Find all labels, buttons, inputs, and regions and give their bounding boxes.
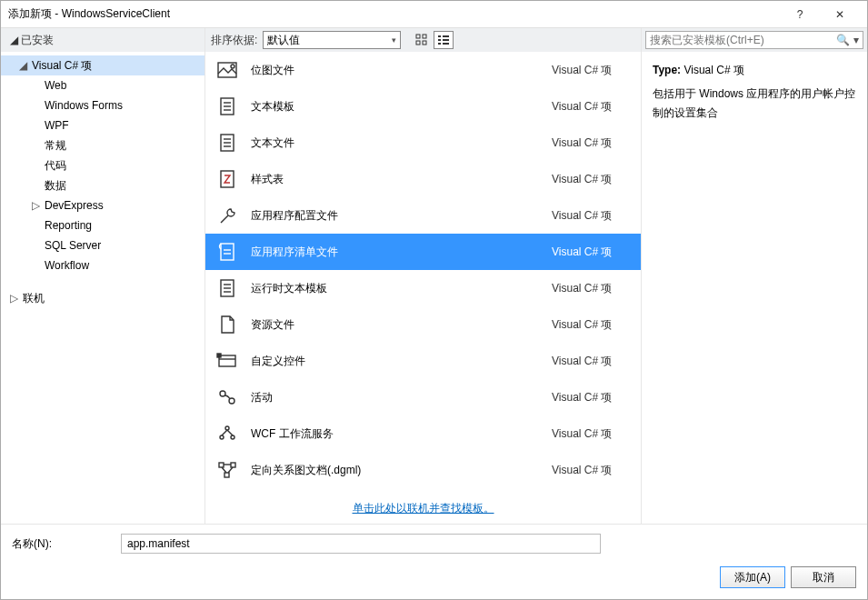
template-row[interactable]: 文本文件Visual C# 项 — [205, 125, 641, 161]
online-label: 联机 — [23, 291, 45, 306]
name-input[interactable] — [121, 534, 601, 554]
details-panel: 搜索已安装模板(Ctrl+E) 🔍 ▾ Type: Visual C# 项 包括… — [642, 28, 867, 524]
svg-rect-4 — [438, 35, 441, 37]
template-list[interactable]: 位图文件Visual C# 项文本模板Visual C# 项文本文件Visual… — [205, 52, 641, 524]
template-list-panel: 排序依据: 默认值 ▾ 位图文件Visual C# 项文本模板Visual C#… — [205, 28, 642, 524]
svg-rect-1 — [423, 35, 426, 38]
name-label: 名称(N): — [12, 536, 112, 552]
control-icon — [213, 348, 242, 374]
bottom-bar: 名称(N): 添加(A) 取消 — [1, 524, 867, 599]
sort-by-value: 默认值 — [267, 33, 300, 48]
template-type: Visual C# 项 — [552, 317, 634, 333]
help-button[interactable]: ? — [780, 1, 820, 28]
template-toolbar: 排序依据: 默认值 ▾ — [205, 28, 641, 52]
doc-icon — [213, 130, 242, 155]
tree-item[interactable]: SQL Server — [1, 235, 205, 255]
tree-item-label: 常规 — [45, 138, 66, 154]
wrench-icon — [213, 203, 242, 228]
template-name: 应用程序清单文件 — [251, 245, 552, 260]
svg-rect-39 — [219, 463, 224, 467]
list-icon — [437, 34, 450, 46]
installed-section-header[interactable]: ◢ 已安装 — [1, 28, 205, 52]
svg-rect-3 — [423, 41, 426, 45]
style-icon — [213, 166, 242, 192]
dialog-buttons: 添加(A) 取消 — [12, 566, 856, 588]
template-row[interactable]: 资源文件Visual C# 项 — [205, 306, 641, 343]
template-row[interactable]: 样式表Visual C# 项 — [205, 161, 641, 197]
template-name: WCF 工作流服务 — [251, 426, 552, 442]
template-row[interactable]: 文本模板Visual C# 项 — [205, 88, 641, 125]
svg-point-11 — [231, 65, 234, 68]
svg-rect-0 — [416, 35, 420, 38]
svg-rect-22 — [221, 244, 234, 260]
doc-icon — [213, 94, 242, 119]
tree-item[interactable]: ▷DevExpress — [1, 195, 205, 215]
chevron-right-icon: ▷ — [10, 292, 19, 305]
tree-item[interactable]: WPF — [1, 115, 205, 135]
template-row[interactable]: 运行时文本模板Visual C# 项 — [205, 270, 641, 306]
chevron-down-icon: ▾ — [392, 35, 396, 45]
template-name: 运行时文本模板 — [251, 281, 552, 296]
template-type: Visual C# 项 — [552, 281, 634, 296]
doc-icon — [213, 275, 242, 301]
help-icon: ? — [797, 8, 803, 21]
close-icon: ✕ — [835, 8, 844, 21]
tree-item[interactable]: 数据 — [1, 175, 205, 195]
template-type: Visual C# 项 — [552, 63, 634, 78]
online-section-header[interactable]: ▷ 联机 — [1, 288, 205, 308]
tree-item[interactable]: Workflow — [1, 255, 205, 275]
template-row[interactable]: 自定义控件Visual C# 项 — [205, 343, 641, 379]
tree-root-visual-csharp[interactable]: ◢ Visual C# 项 — [1, 55, 205, 75]
template-row[interactable]: 应用程序配置文件Visual C# 项 — [205, 197, 641, 234]
details-view-button[interactable] — [434, 31, 454, 49]
svg-rect-41 — [224, 473, 229, 477]
template-row[interactable]: 定向关系图文档(.dgml)Visual C# 项 — [205, 452, 641, 488]
template-row[interactable]: 位图文件Visual C# 项 — [205, 52, 641, 88]
template-name: 应用程序配置文件 — [251, 208, 552, 224]
template-type: Visual C# 项 — [552, 208, 634, 224]
tree-item-label: 代码 — [45, 158, 66, 174]
template-name: 位图文件 — [251, 63, 552, 78]
page-icon — [213, 312, 242, 337]
tree-item-label: SQL Server — [45, 239, 101, 252]
activity-icon — [213, 385, 242, 410]
content-area: ◢ 已安装 ◢ Visual C# 项 WebWindows FormsWPF常… — [1, 28, 867, 524]
svg-rect-9 — [443, 43, 449, 45]
chevron-right-icon: ▷ — [32, 199, 41, 212]
tree-item[interactable]: Windows Forms — [1, 95, 205, 115]
search-icon: 🔍 — [836, 34, 850, 46]
add-button[interactable]: 添加(A) — [720, 566, 785, 588]
template-row[interactable]: 应用程序清单文件Visual C# 项 — [205, 234, 641, 270]
manifest-icon — [213, 239, 242, 265]
sort-by-dropdown[interactable]: 默认值 ▾ — [263, 31, 401, 49]
template-row[interactable]: 活动Visual C# 项 — [205, 379, 641, 415]
search-input[interactable]: 搜索已安装模板(Ctrl+E) 🔍 ▾ — [645, 31, 863, 49]
template-description: 包括用于 Windows 应用程序的用户帐户控制的设置集合 — [653, 85, 856, 122]
tree-item[interactable]: Reporting — [1, 215, 205, 235]
tree-item[interactable]: 代码 — [1, 155, 205, 175]
small-icons-button[interactable] — [412, 31, 432, 49]
installed-label: 已安装 — [21, 33, 54, 48]
add-new-item-dialog: 添加新项 - WindowsServiceClient ? ✕ ◢ 已安装 ◢ … — [0, 0, 868, 600]
name-row: 名称(N): — [12, 534, 856, 554]
type-value: Visual C# 项 — [683, 64, 743, 76]
tree-item-label: Web — [45, 79, 66, 92]
svg-point-35 — [220, 435, 224, 439]
tree-item[interactable]: 常规 — [1, 135, 205, 155]
svg-line-44 — [228, 467, 233, 473]
svg-rect-31 — [217, 354, 221, 357]
svg-line-21 — [221, 215, 228, 223]
chevron-down-icon: ◢ — [19, 59, 28, 72]
grid-small-icon — [415, 34, 428, 46]
tree-item[interactable]: Web — [1, 75, 205, 95]
tree-item-label: Windows Forms — [45, 99, 123, 112]
template-row[interactable]: WCF 工作流服务Visual C# 项 — [205, 415, 641, 452]
view-toggle — [412, 31, 454, 49]
cancel-button[interactable]: 取消 — [791, 566, 856, 588]
template-type: Visual C# 项 — [552, 463, 634, 478]
close-button[interactable]: ✕ — [820, 1, 860, 28]
template-name: 活动 — [251, 390, 552, 405]
search-online-link[interactable]: 单击此处以联机并查找模板。 — [205, 488, 641, 524]
template-name: 样式表 — [251, 172, 552, 187]
tree-item-label: Reporting — [45, 219, 92, 232]
